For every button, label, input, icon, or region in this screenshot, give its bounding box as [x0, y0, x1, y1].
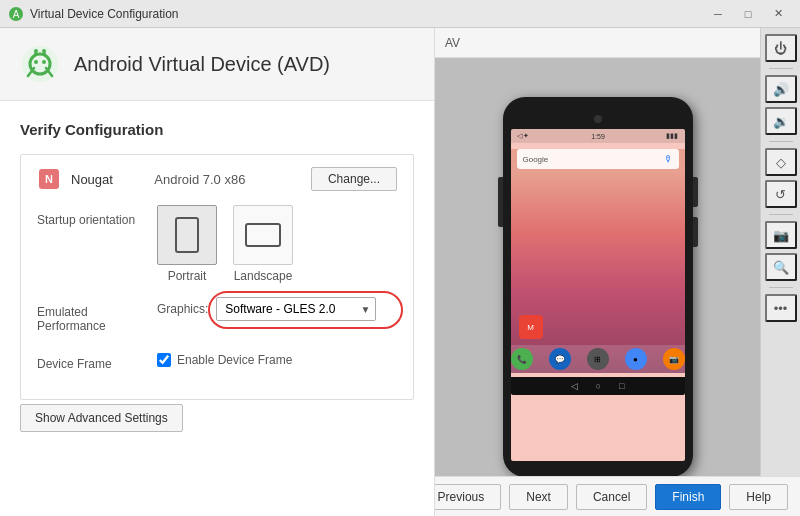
app-icon: A [8, 6, 24, 22]
minimize-button[interactable]: ─ [704, 4, 732, 24]
cancel-button[interactable]: Cancel [576, 484, 647, 510]
status-time: 1:59 [591, 133, 605, 140]
main-container: Android Virtual Device (AVD) Verify Conf… [0, 28, 800, 516]
volume-down-toolbar-button[interactable]: 🔉 [765, 107, 797, 135]
avd-logo-icon [20, 44, 60, 84]
recents-nav-icon: □ [619, 381, 624, 391]
toolbar-divider-4 [769, 287, 793, 288]
window-title: Virtual Device Configuration [30, 7, 179, 21]
landscape-phone-icon [245, 223, 281, 247]
back-toolbar-button[interactable]: ↺ [765, 180, 797, 208]
avd-header: Android Virtual Device (AVD) [0, 28, 434, 101]
config-content: Verify Configuration N Nougat Android 7.… [0, 101, 434, 516]
screen-app-icons: M [511, 311, 551, 343]
status-bar: ◁ ✦ 1:59 ▮▮▮ [511, 129, 685, 143]
change-button[interactable]: Change... [311, 167, 397, 191]
search-text: Google [523, 155, 549, 164]
dropdown-annotation: Software - GLES 2.0 Hardware - GLES 2.0 … [216, 297, 376, 321]
orientation-label: Startup orientation [37, 205, 157, 227]
section-title: Verify Configuration [20, 121, 414, 138]
chrome-dock-icon: ● [625, 348, 647, 370]
toolbar-divider-2 [769, 141, 793, 142]
side-toolbar: ⏻ 🔊 🔉 ◇ ↺ 📷 🔍 ••• [760, 28, 800, 516]
device-row: N Nougat Android 7.0 x86 Change... [37, 167, 397, 191]
device-frame-checkbox-text: Enable Device Frame [177, 353, 292, 367]
svg-point-5 [42, 60, 46, 64]
landscape-icon-box [233, 205, 293, 265]
close-button[interactable]: ✕ [764, 4, 792, 24]
portrait-icon-box [157, 205, 217, 265]
mic-icon: 🎙 [664, 154, 673, 164]
status-icons: ◁ ✦ [517, 132, 530, 140]
portrait-phone-icon [175, 217, 199, 253]
nougat-icon: N [37, 167, 61, 191]
power-toolbar-button[interactable]: ⏻ [765, 34, 797, 62]
phone-left-button [498, 177, 503, 227]
volume-up-toolbar-button[interactable]: 🔊 [765, 75, 797, 103]
phone-container: ◁ ✦ 1:59 ▮▮▮ Google 🎙 [435, 58, 760, 516]
emulated-performance-label: EmulatedPerformance [37, 297, 157, 333]
avd-title: Android Virtual Device (AVD) [74, 53, 330, 76]
right-panel: AV ◁ ✦ 1:59 ▮▮▮ [435, 28, 800, 516]
emulated-performance-row: EmulatedPerformance Graphics: Software -… [37, 297, 397, 335]
left-panel: Android Virtual Device (AVD) Verify Conf… [0, 28, 435, 516]
svg-point-7 [42, 49, 46, 53]
phone-mockup: ◁ ✦ 1:59 ▮▮▮ Google 🎙 [503, 97, 693, 477]
apps-dock-icon: ⊞ [587, 348, 609, 370]
phone-nav-bar: ◁ ○ □ [511, 377, 685, 395]
finish-button[interactable]: Finish [655, 484, 721, 510]
phone-volume-button [693, 217, 698, 247]
device-frame-checkbox[interactable] [157, 353, 171, 367]
svg-text:A: A [13, 9, 20, 20]
avd-right-header: AV [435, 28, 760, 58]
more-toolbar-button[interactable]: ••• [765, 294, 797, 322]
graphics-row: Graphics: Software - GLES 2.0 Hardware -… [157, 297, 397, 321]
svg-point-4 [34, 60, 38, 64]
home-nav-icon: ○ [596, 381, 601, 391]
show-advanced-settings-button[interactable]: Show Advanced Settings [20, 404, 183, 432]
graphics-select[interactable]: Software - GLES 2.0 Hardware - GLES 2.0 … [216, 297, 376, 321]
messages-dock-icon: 💬 [549, 348, 571, 370]
emulated-performance-value: Graphics: Software - GLES 2.0 Hardware -… [157, 297, 397, 335]
graphics-dropdown-wrapper: Software - GLES 2.0 Hardware - GLES 2.0 … [216, 297, 376, 321]
startup-orientation-row: Startup orientation Portrait [37, 205, 397, 283]
device-frame-value: Enable Device Frame [157, 353, 397, 367]
phone-power-button [693, 177, 698, 207]
svg-text:N: N [45, 173, 53, 185]
window-controls: ─ □ ✕ [704, 4, 792, 24]
bottom-bar: Previous Next Cancel Finish Help [435, 476, 800, 516]
graphics-label: Graphics: [157, 302, 208, 316]
screen-search-bar: Google 🎙 [517, 149, 679, 169]
phone-camera [594, 115, 602, 123]
zoom-toolbar-button[interactable]: 🔍 [765, 253, 797, 281]
toolbar-divider-1 [769, 68, 793, 69]
avd-right-label: AV [445, 36, 460, 50]
gmail-icon: M [519, 315, 543, 339]
help-button[interactable]: Help [729, 484, 788, 510]
device-name: Nougat [71, 172, 144, 187]
device-frame-row: Device Frame Enable Device Frame [37, 349, 397, 371]
landscape-label: Landscape [234, 269, 293, 283]
device-frame-checkbox-label[interactable]: Enable Device Frame [157, 353, 397, 367]
camera-dock-icon: 📷 [663, 348, 685, 370]
screen-dock: 📞 💬 ⊞ ● [511, 345, 685, 373]
svg-point-6 [34, 49, 38, 53]
config-box: N Nougat Android 7.0 x86 Change... Start… [20, 154, 414, 400]
title-bar: A Virtual Device Configuration ─ □ ✕ [0, 0, 800, 28]
rotate-toolbar-button[interactable]: ◇ [765, 148, 797, 176]
previous-button[interactable]: Previous [435, 484, 501, 510]
portrait-option[interactable]: Portrait [157, 205, 217, 283]
device-spec: Android 7.0 x86 [154, 172, 301, 187]
back-nav-icon: ◁ [571, 381, 578, 391]
status-battery: ▮▮▮ [666, 132, 678, 140]
next-button[interactable]: Next [509, 484, 568, 510]
maximize-button[interactable]: □ [734, 4, 762, 24]
screenshot-toolbar-button[interactable]: 📷 [765, 221, 797, 249]
title-bar-left: A Virtual Device Configuration [8, 6, 179, 22]
orientation-options: Portrait Landscape [157, 205, 397, 283]
portrait-label: Portrait [168, 269, 207, 283]
phone-screen: ◁ ✦ 1:59 ▮▮▮ Google 🎙 [511, 129, 685, 461]
phone-dock-icon: 📞 [511, 348, 533, 370]
landscape-option[interactable]: Landscape [233, 205, 293, 283]
toolbar-divider-3 [769, 214, 793, 215]
